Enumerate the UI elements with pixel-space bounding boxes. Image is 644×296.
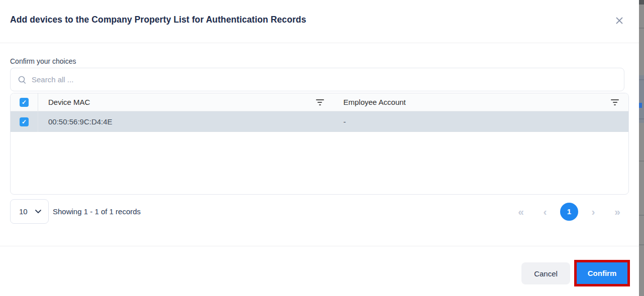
column-label: Device MAC bbox=[48, 98, 90, 106]
search-icon bbox=[18, 75, 27, 84]
header-cell-device-mac: Device MAC bbox=[38, 93, 334, 111]
employee-account-value: - bbox=[344, 117, 346, 126]
check-icon: ✓ bbox=[22, 118, 27, 125]
cell-device-mac: 00:50:56:9C:D4:4E bbox=[38, 111, 334, 132]
device-table: ✓ Device MAC Employee Account ✓ 00:50 bbox=[10, 93, 629, 195]
search-input[interactable] bbox=[32, 75, 617, 84]
header-divider bbox=[0, 43, 639, 43]
row-checkbox-cell: ✓ bbox=[11, 111, 38, 132]
table-row[interactable]: ✓ 00:50:56:9C:D4:4E - bbox=[11, 111, 628, 132]
cancel-button[interactable]: Cancel bbox=[521, 262, 570, 284]
column-label: Employee Account bbox=[344, 98, 406, 106]
cell-employee-account: - bbox=[334, 111, 629, 132]
page-scrollbar[interactable] bbox=[639, 0, 644, 296]
check-icon: ✓ bbox=[22, 99, 27, 106]
filter-icon[interactable] bbox=[610, 97, 619, 107]
records-summary: Showing 1 - 1 of 1 records bbox=[53, 207, 141, 216]
select-all-checkbox[interactable]: ✓ bbox=[20, 98, 29, 107]
chevron-down-icon bbox=[35, 209, 42, 214]
search-box bbox=[10, 68, 624, 91]
header-checkbox-cell: ✓ bbox=[11, 93, 38, 111]
scrollbar-thumb[interactable] bbox=[639, 0, 644, 5]
page-size-value: 10 bbox=[19, 207, 28, 216]
choices-label: Confirm your choices bbox=[10, 57, 76, 65]
first-page-button[interactable]: « bbox=[512, 203, 530, 221]
current-page-button[interactable]: 1 bbox=[560, 203, 578, 221]
row-checkbox[interactable]: ✓ bbox=[20, 117, 29, 126]
close-icon[interactable] bbox=[614, 15, 625, 26]
page-size-select[interactable]: 10 bbox=[10, 199, 49, 224]
device-mac-value: 00:50:56:9C:D4:4E bbox=[48, 117, 113, 126]
page-title: Add devices to the Company Property List… bbox=[10, 15, 306, 25]
scrollbar-marker bbox=[639, 103, 642, 108]
last-page-button[interactable]: » bbox=[608, 203, 626, 221]
next-page-button[interactable]: › bbox=[584, 203, 602, 221]
header-cell-employee-account: Employee Account bbox=[334, 93, 629, 111]
table-header-row: ✓ Device MAC Employee Account bbox=[11, 93, 628, 111]
prev-page-button[interactable]: ‹ bbox=[536, 203, 554, 221]
confirm-button[interactable]: Confirm bbox=[577, 262, 627, 284]
filter-icon[interactable] bbox=[315, 97, 325, 107]
annotation-highlight-box: Confirm bbox=[574, 260, 630, 286]
add-devices-modal: Add devices to the Company Property List… bbox=[0, 0, 644, 296]
footer-divider bbox=[0, 246, 639, 246]
scrollbar-highlight-zone bbox=[639, 75, 644, 123]
pagination: « ‹ 1 › » bbox=[512, 199, 626, 224]
